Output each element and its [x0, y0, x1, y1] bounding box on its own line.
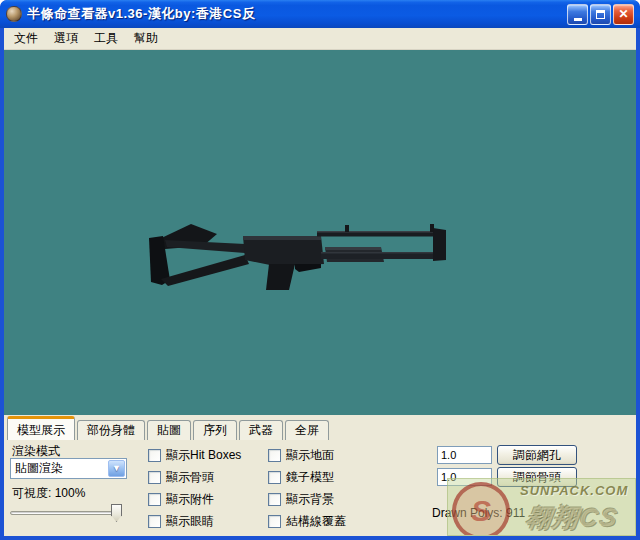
- bone-scale-input[interactable]: [437, 468, 492, 486]
- render-mode-select[interactable]: 貼圖渲染 ▼: [10, 458, 127, 479]
- menu-bar: 文件 選項 工具 幫助: [4, 28, 636, 50]
- opacity-slider[interactable]: [10, 504, 122, 522]
- window-controls: ✕: [567, 4, 634, 25]
- chevron-down-icon[interactable]: ▼: [108, 460, 125, 477]
- checkbox-icon[interactable]: [268, 449, 281, 462]
- close-icon: ✕: [618, 8, 628, 20]
- checkbox-icon[interactable]: [148, 471, 161, 484]
- minimize-button[interactable]: [567, 4, 588, 25]
- checkbox-icon[interactable]: [268, 515, 281, 528]
- checkbox-icon[interactable]: [148, 493, 161, 506]
- maximize-icon: [596, 10, 605, 19]
- mesh-scale-input[interactable]: [437, 446, 492, 464]
- menu-options[interactable]: 選項: [46, 28, 86, 49]
- checkbox-icon[interactable]: [148, 449, 161, 462]
- checkbox-icon[interactable]: [268, 493, 281, 506]
- checkbox-hitboxes[interactable]: 顯示Hit Boxes: [148, 447, 241, 464]
- tab-textures[interactable]: 貼圖: [147, 420, 191, 440]
- tab-weapons[interactable]: 武器: [239, 420, 283, 440]
- checkbox-wireframe-overlay[interactable]: 結構線覆蓋: [268, 513, 346, 530]
- checkbox-mirror[interactable]: 鏡子模型: [268, 469, 334, 486]
- shotgun-model: [145, 222, 447, 294]
- tab-sequences[interactable]: 序列: [193, 420, 237, 440]
- adjust-mesh-button[interactable]: 調節網孔: [497, 445, 577, 465]
- slider-track[interactable]: [10, 511, 122, 515]
- adjust-bones-button[interactable]: 調節骨頭: [497, 467, 577, 487]
- checkbox-ground[interactable]: 顯示地面: [268, 447, 334, 464]
- client-area: 文件 選項 工具 幫助: [4, 28, 636, 536]
- app-icon: [6, 6, 22, 22]
- window-title: 半條命查看器v1.36-漢化by:香港CS反: [27, 5, 567, 23]
- checkbox-icon[interactable]: [268, 471, 281, 484]
- menu-help[interactable]: 幫助: [126, 28, 166, 49]
- watermark-brand: 翱翔CS: [524, 501, 621, 534]
- slider-thumb[interactable]: [111, 504, 122, 522]
- checkbox-eyes[interactable]: 顯示眼睛: [148, 513, 214, 530]
- tab-model-display[interactable]: 模型展示: [7, 416, 75, 440]
- checkbox-background[interactable]: 顯示背景: [268, 491, 334, 508]
- menu-file[interactable]: 文件: [6, 28, 46, 49]
- tab-strip: 模型展示 部份身體 貼圖 序列 武器 全屏: [4, 415, 636, 440]
- drawn-polys-status: Drawn Polys: 911: [432, 506, 525, 520]
- checkbox-attachments[interactable]: 顯示附件: [148, 491, 214, 508]
- render-mode-value: 貼圖渲染: [11, 460, 107, 477]
- checkbox-bones[interactable]: 顯示骨頭: [148, 469, 214, 486]
- maximize-button[interactable]: [590, 4, 611, 25]
- tab-fullscreen[interactable]: 全屏: [285, 420, 329, 440]
- checkbox-icon[interactable]: [148, 515, 161, 528]
- title-bar[interactable]: 半條命查看器v1.36-漢化by:香港CS反 ✕: [0, 0, 640, 28]
- menu-tools[interactable]: 工具: [86, 28, 126, 49]
- tab-body-parts[interactable]: 部份身體: [77, 420, 145, 440]
- close-button[interactable]: ✕: [613, 4, 634, 25]
- model-viewport[interactable]: [4, 50, 636, 415]
- control-panel: 渲染模式 貼圖渲染 ▼ 可視度: 100% 顯示Hit Boxes 顯示骨頭: [4, 440, 636, 536]
- opacity-label: 可視度: 100%: [12, 485, 85, 502]
- minimize-icon: [574, 18, 582, 21]
- app-window: 半條命查看器v1.36-漢化by:香港CS反 ✕ 文件 選項 工具 幫助: [0, 0, 640, 540]
